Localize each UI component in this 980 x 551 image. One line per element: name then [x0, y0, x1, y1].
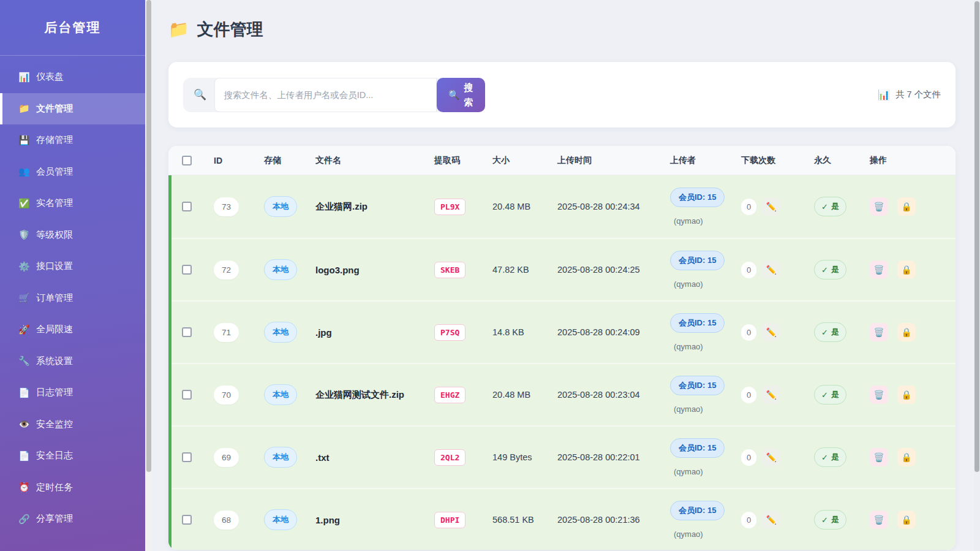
search-button[interactable]: 🔍 搜索 — [437, 78, 485, 112]
sidebar-item-label: 日志管理 — [36, 387, 73, 398]
table-accent-bar — [168, 175, 172, 550]
pencil-icon: ✏️ — [766, 327, 777, 337]
permanent-badge: ✓ 是 — [814, 447, 846, 467]
download-count: 0 — [741, 449, 756, 466]
sidebar: 后台管理 📊 仪表盘 📁 文件管理 💾 存储管理 👥 会员管理 ✅ 实名管理 🛡… — [0, 0, 145, 551]
lock-button[interactable]: 🔒 — [897, 197, 916, 216]
permanent-label: 是 — [831, 389, 839, 400]
delete-button[interactable]: 🗑️ — [870, 197, 888, 216]
member-id-badge: 会员ID: 15 — [670, 313, 725, 333]
sidebar-item-label: 文件管理 — [36, 103, 73, 115]
search-icon: 🔍 — [194, 88, 206, 101]
pencil-icon: ✏️ — [766, 452, 777, 462]
sidebar-item[interactable]: 📊 仪表盘 — [0, 61, 145, 93]
trash-icon: 🗑️ — [873, 265, 884, 275]
col-actions: 操作 — [870, 155, 956, 166]
sidebar-item[interactable]: 📁 文件管理 — [0, 93, 145, 125]
trash-icon: 🗑️ — [873, 515, 884, 525]
sidebar-item[interactable]: 👁️ 安全监控 — [0, 409, 145, 441]
row-checkbox[interactable] — [182, 202, 192, 211]
storage-badge: 本地 — [264, 509, 297, 530]
sidebar-item-label: 接口设置 — [36, 260, 73, 272]
upload-time: 2025-08-28 00:24:25 — [557, 265, 670, 275]
page-scrollbar[interactable] — [974, 0, 980, 551]
permanent-label: 是 — [831, 452, 839, 463]
pencil-icon: ✏️ — [766, 515, 777, 525]
sidebar-item[interactable]: 🔧 系统设置 — [0, 346, 145, 378]
file-size: 20.48 MB — [492, 202, 557, 211]
sidebar-item-icon: 📊 — [18, 72, 29, 83]
edit-button[interactable]: ✏️ — [762, 260, 780, 279]
sidebar-item-icon: 🚀 — [18, 324, 29, 335]
member-id-badge: 会员ID: 15 — [670, 188, 725, 207]
col-permanent: 永久 — [814, 155, 870, 166]
edit-button[interactable]: ✏️ — [762, 448, 780, 466]
sidebar-item[interactable]: 📄 日志管理 — [0, 377, 145, 409]
delete-button[interactable]: 🗑️ — [870, 511, 888, 529]
sidebar-item[interactable]: 🛡️ 等级权限 — [0, 219, 145, 251]
row-checkbox[interactable] — [182, 265, 192, 275]
check-icon: ✓ — [821, 515, 828, 525]
file-name: 1.png — [315, 515, 434, 525]
pencil-icon: ✏️ — [766, 202, 777, 211]
sidebar-item[interactable]: 🔗 分享管理 — [0, 503, 145, 535]
file-size: 47.82 KB — [492, 265, 557, 275]
lock-button[interactable]: 🔒 — [897, 323, 916, 341]
trash-icon: 🗑️ — [873, 452, 884, 462]
permanent-label: 是 — [831, 264, 839, 275]
edit-button[interactable]: ✏️ — [762, 386, 780, 404]
sidebar-item-label: 安全日志 — [36, 450, 73, 462]
delete-button[interactable]: 🗑️ — [870, 323, 888, 341]
lock-button[interactable]: 🔒 — [897, 386, 916, 404]
row-checkbox[interactable] — [182, 390, 192, 400]
pencil-icon: ✏️ — [766, 390, 777, 400]
sidebar-item-label: 等级权限 — [36, 229, 73, 241]
sidebar-scrollbar[interactable] — [145, 0, 152, 551]
sidebar-item[interactable]: ✅ 实名管理 — [0, 188, 145, 219]
row-checkbox[interactable] — [182, 452, 192, 462]
file-size: 149 Bytes — [492, 452, 557, 462]
sidebar-scrollbar-thumb[interactable] — [146, 0, 151, 472]
lock-icon: 🔒 — [901, 452, 911, 462]
row-checkbox[interactable] — [182, 327, 192, 337]
file-size: 20.48 MB — [492, 390, 557, 400]
extract-code-badge: EHGZ — [434, 387, 466, 403]
search-input[interactable] — [214, 78, 437, 112]
downloads-cell: 0 ✏️ — [741, 197, 814, 216]
storage-badge: 本地 — [264, 322, 297, 343]
sidebar-item[interactable]: 💾 存储管理 — [0, 124, 145, 156]
actions-cell: 🗑️ 🔒 — [870, 386, 956, 404]
delete-button[interactable]: 🗑️ — [870, 260, 888, 279]
edit-button[interactable]: ✏️ — [762, 323, 780, 341]
file-count: 📊 共 7 个文件 — [878, 89, 941, 101]
table-row: 70 本地 企业猫网测试文件.zip EHGZ 20.48 MB 2025-08… — [168, 363, 956, 425]
permanent-label: 是 — [831, 514, 839, 525]
lock-button[interactable]: 🔒 — [897, 511, 916, 529]
sidebar-item[interactable]: 📄 安全日志 — [0, 440, 145, 472]
sidebar-item[interactable]: 🛒 订单管理 — [0, 283, 145, 314]
sidebar-item-icon: 👥 — [18, 166, 29, 177]
edit-button[interactable]: ✏️ — [762, 511, 780, 529]
col-code: 提取码 — [434, 155, 492, 166]
sidebar-item[interactable]: 👥 会员管理 — [0, 156, 145, 188]
lock-button[interactable]: 🔒 — [897, 448, 916, 466]
sidebar-item[interactable]: 🚀 全局限速 — [0, 314, 145, 346]
lock-button[interactable]: 🔒 — [897, 260, 916, 279]
trash-icon: 🗑️ — [873, 327, 884, 337]
sidebar-item[interactable]: ⏰ 定时任务 — [0, 472, 145, 504]
select-all-checkbox[interactable] — [182, 156, 192, 165]
uploader-name: (qymao) — [670, 279, 703, 289]
delete-button[interactable]: 🗑️ — [870, 448, 888, 466]
page-scrollbar-thumb[interactable] — [974, 1, 979, 472]
row-checkbox[interactable] — [182, 515, 192, 525]
table-row: 73 本地 企业猫网.zip PL9X 20.48 MB 2025-08-28 … — [168, 175, 956, 238]
sidebar-nav: 📊 仪表盘 📁 文件管理 💾 存储管理 👥 会员管理 ✅ 实名管理 🛡️ 等级权… — [0, 56, 145, 535]
edit-button[interactable]: ✏️ — [762, 197, 780, 216]
check-icon: ✓ — [821, 328, 828, 337]
file-table: ID 存储 文件名 提取码 大小 上传时间 上传者 下载次数 永久 操作 73 … — [168, 146, 956, 550]
delete-button[interactable]: 🗑️ — [870, 386, 888, 404]
extract-code-badge: PL9X — [434, 199, 466, 215]
lock-icon: 🔒 — [901, 390, 911, 400]
sidebar-item[interactable]: ⚙️ 接口设置 — [0, 251, 145, 283]
table-row: 68 本地 1.png DHPI 568.51 KB 2025-08-28 00… — [168, 488, 956, 550]
